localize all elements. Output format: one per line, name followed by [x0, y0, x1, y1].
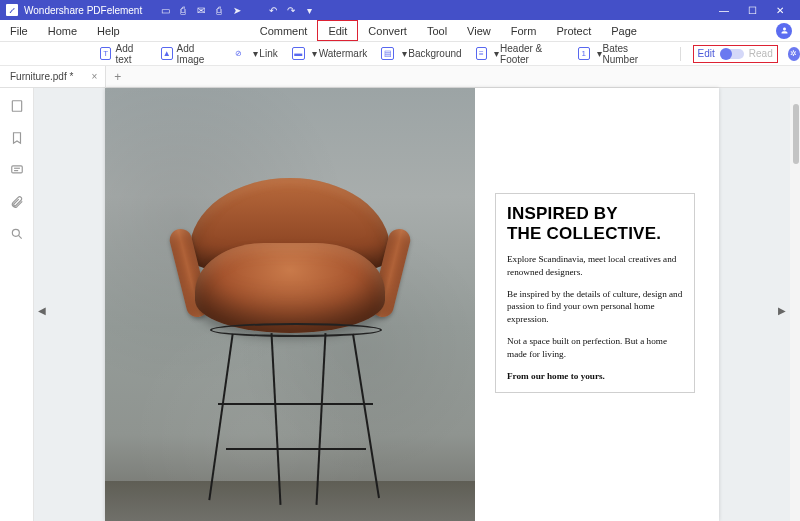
menu-home[interactable]: Home [38, 20, 87, 41]
tab-label: Furniture.pdf * [10, 71, 73, 82]
watermark-icon: ▬ [292, 47, 305, 60]
tab-close-icon[interactable]: × [91, 71, 97, 82]
menu-form[interactable]: Form [501, 20, 547, 41]
redo-icon[interactable]: ↷ [282, 5, 300, 16]
prev-page-button[interactable]: ◀ [38, 305, 46, 316]
search-icon[interactable] [9, 226, 25, 242]
paragraph-bold: From our home to yours. [507, 370, 683, 382]
vertical-scrollbar[interactable] [790, 88, 800, 521]
mode-read-label: Read [749, 48, 773, 59]
bookmark-icon[interactable] [9, 130, 25, 146]
settings-gear-icon[interactable]: ✲ [788, 47, 800, 61]
paragraph: Not a space built on perfection. But a h… [507, 335, 683, 360]
tool-label: Add text [115, 43, 147, 65]
svg-rect-1 [11, 166, 22, 173]
background-icon: ▤ [381, 47, 394, 60]
tool-background[interactable]: ▤ ▾ Background [381, 47, 461, 60]
app-title: Wondershare PDFelement [24, 5, 142, 16]
svg-rect-0 [12, 101, 21, 112]
svg-point-4 [12, 229, 19, 236]
page-image-chair [140, 148, 440, 508]
share-icon[interactable]: ➤ [228, 5, 246, 16]
minimize-button[interactable]: ― [710, 5, 738, 16]
mail-icon[interactable]: ✉ [192, 5, 210, 16]
chevron-down-icon: ▾ [493, 50, 500, 58]
pdf-page[interactable]: INSPIRED BY THE COLLECTIVE. Explore Scan… [105, 88, 719, 521]
heading-line2: THE COLLECTIVE. [507, 224, 683, 244]
image-icon: ▲ [161, 47, 173, 60]
close-button[interactable]: ✕ [766, 5, 794, 16]
tool-label: Watermark [319, 48, 368, 59]
maximize-button[interactable]: ☐ [738, 5, 766, 16]
chevron-down-icon: ▾ [400, 50, 408, 58]
menu-edit[interactable]: Edit [317, 20, 358, 41]
attachment-icon[interactable] [9, 194, 25, 210]
menu-protect[interactable]: Protect [546, 20, 601, 41]
undo-icon[interactable]: ↶ [264, 5, 282, 16]
bates-icon: 1 [578, 47, 590, 60]
link-icon: ⊘ [232, 47, 245, 60]
tool-label: Link [259, 48, 277, 59]
document-tab[interactable]: Furniture.pdf * × [0, 66, 106, 87]
work-area: ◀ ▶ INSPIRED BY THE COLLECTIVE. Explore … [0, 88, 800, 521]
tool-bates-number[interactable]: 1 ▾ Bates Number [578, 43, 658, 65]
thumbnails-icon[interactable] [9, 98, 25, 114]
tool-label: Background [408, 48, 461, 59]
left-sidebar [0, 88, 34, 521]
separator [680, 47, 681, 61]
tool-link[interactable]: ⊘ ▾ Link [232, 47, 277, 60]
tool-watermark[interactable]: ▬ ▾ Watermark [292, 47, 368, 60]
chevron-down-icon: ▾ [251, 50, 259, 58]
save-icon[interactable]: ⎙ [174, 5, 192, 16]
page-text-block[interactable]: INSPIRED BY THE COLLECTIVE. Explore Scan… [495, 193, 695, 393]
menu-tool[interactable]: Tool [417, 20, 457, 41]
title-bar: ⟋ Wondershare PDFelement ▭ ⎙ ✉ ⎙ ➤ ↶ ↷ ▾… [0, 0, 800, 20]
tool-add-image[interactable]: ▲ Add Image [161, 43, 218, 65]
menu-convert[interactable]: Convert [358, 20, 417, 41]
tool-label: Header & Footer [500, 43, 564, 65]
heading-line1: INSPIRED BY [507, 204, 683, 224]
chevron-down-icon: ▾ [311, 50, 319, 58]
menu-view[interactable]: View [457, 20, 501, 41]
tool-header-footer[interactable]: ≡ ▾ Header & Footer [476, 43, 564, 65]
scrollbar-thumb[interactable] [793, 104, 799, 164]
toggle-switch[interactable] [720, 49, 744, 59]
menu-bar: File Home Help Comment Edit Convert Tool… [0, 20, 800, 42]
paragraph: Explore Scandinavia, meet local creative… [507, 253, 683, 278]
chevron-down-icon: ▾ [596, 50, 603, 58]
tool-label: Add Image [177, 43, 219, 65]
app-logo-icon: ⟋ [6, 4, 18, 16]
new-tab-button[interactable]: + [106, 70, 129, 84]
folder-icon[interactable]: ▭ [156, 5, 174, 16]
edit-toolbar: T Add text ▲ Add Image ⊘ ▾ Link ▬ ▾ Wate… [0, 42, 800, 66]
menu-file[interactable]: File [0, 20, 38, 41]
header-footer-icon: ≡ [476, 47, 488, 60]
print-icon[interactable]: ⎙ [210, 5, 228, 16]
menu-help[interactable]: Help [87, 20, 130, 41]
menu-page[interactable]: Page [601, 20, 647, 41]
document-canvas: ◀ ▶ INSPIRED BY THE COLLECTIVE. Explore … [34, 88, 790, 521]
mode-edit-label: Edit [698, 48, 715, 59]
tool-label: Bates Number [602, 43, 657, 65]
edit-read-mode-toggle[interactable]: Edit Read [693, 45, 778, 63]
document-tab-bar: Furniture.pdf * × + [0, 66, 800, 88]
user-avatar-icon[interactable] [776, 23, 792, 39]
next-page-button[interactable]: ▶ [778, 305, 786, 316]
svg-line-5 [18, 235, 21, 238]
menu-comment[interactable]: Comment [250, 20, 318, 41]
text-icon: T [100, 47, 111, 60]
tool-add-text[interactable]: T Add text [100, 43, 147, 65]
paragraph: Be inspired by the details of culture, d… [507, 288, 683, 325]
comments-icon[interactable] [9, 162, 25, 178]
dropdown-icon[interactable]: ▾ [300, 5, 318, 16]
